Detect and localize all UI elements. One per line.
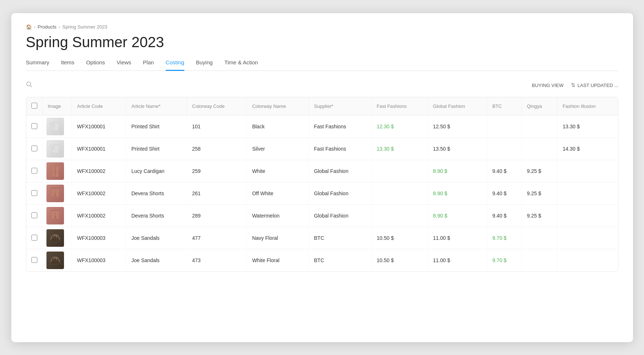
svg-point-18 — [52, 235, 53, 236]
tab-summary[interactable]: Summary — [26, 59, 49, 71]
row-checkbox[interactable] — [31, 257, 37, 263]
col-btc: BTC — [487, 97, 522, 116]
tab-plan[interactable]: Plan — [143, 59, 154, 71]
row-article-code: WFX100002 — [72, 205, 126, 227]
row-btc: 9.70 $ — [487, 249, 522, 272]
row-qingya: 9.25 $ — [521, 160, 557, 182]
toolbar-right: BUYING VIEW ⇅ LAST UPDATED ... — [532, 82, 618, 88]
row-supplier: BTC — [309, 249, 371, 272]
row-colorway-code: 101 — [187, 116, 247, 138]
row-btc: 9.40 $ — [487, 160, 522, 182]
svg-line-1 — [30, 85, 32, 87]
breadcrumb-sep-1: › — [34, 24, 35, 30]
row-supplier: Global Fashion — [309, 182, 371, 205]
breadcrumb-products[interactable]: Products — [38, 24, 56, 30]
table-row: WFX100001 Printed Shirt 258 Silver Fast … — [26, 138, 618, 160]
row-btc — [487, 138, 522, 160]
row-article-name: Printed Shirt — [126, 116, 187, 138]
row-article-name: Joe Sandals — [126, 227, 187, 249]
table-header: Image Article Code Article Name* Colorwa… — [26, 97, 618, 116]
row-btc — [487, 116, 522, 138]
row-global-fashion: 11.00 $ — [428, 227, 487, 249]
row-global-fashion: 8.90 $ — [428, 182, 487, 205]
row-image-cell — [42, 138, 72, 160]
row-global-fashion: 11.00 $ — [428, 249, 487, 272]
row-checkbox[interactable] — [31, 146, 37, 151]
row-checkbox-cell — [26, 160, 43, 182]
row-fast-fashions — [372, 182, 428, 205]
tab-buying[interactable]: Buying — [196, 59, 213, 71]
row-article-name: Devera Shorts — [126, 182, 187, 205]
toolbar: BUYING VIEW ⇅ LAST UPDATED ... — [26, 81, 618, 90]
row-image-cell — [42, 182, 72, 205]
row-fashion-illusion: 14.30 $ — [557, 138, 618, 160]
row-qingya: 9.25 $ — [521, 182, 557, 205]
row-checkbox[interactable] — [31, 123, 37, 129]
row-article-name: Lucy Cardigan — [126, 160, 187, 182]
row-colorway-code: 477 — [187, 227, 247, 249]
row-global-fashion: 8.90 $ — [428, 160, 487, 182]
tab-time-action[interactable]: Time & Action — [225, 59, 258, 71]
row-colorway-code: 289 — [187, 205, 247, 227]
row-colorway-code: 259 — [187, 160, 247, 182]
row-fast-fashions: 10.50 $ — [372, 249, 428, 272]
row-article-code: WFX100003 — [72, 227, 126, 249]
row-global-fashion: 8.90 $ — [428, 205, 487, 227]
row-fast-fashions: 12.30 $ — [372, 116, 428, 138]
row-fashion-illusion — [557, 227, 618, 249]
row-btc: 9.70 $ — [487, 227, 522, 249]
svg-point-3 — [53, 124, 54, 125]
row-global-fashion: 13.50 $ — [428, 138, 487, 160]
row-btc: 9.40 $ — [487, 182, 522, 205]
row-image-cell — [42, 227, 72, 249]
row-checkbox-cell — [26, 249, 43, 272]
row-checkbox[interactable] — [31, 212, 37, 218]
row-checkbox[interactable] — [31, 190, 37, 196]
last-updated-button[interactable]: ⇅ LAST UPDATED ... — [571, 82, 618, 88]
table-body: WFX100001 Printed Shirt 101 Black Fast F… — [26, 116, 618, 272]
row-checkbox[interactable] — [31, 235, 37, 241]
tab-costing[interactable]: Costing — [166, 59, 184, 71]
buying-view-button[interactable]: BUYING VIEW — [532, 83, 564, 88]
tab-nav: Summary Items Options Views Plan Costing… — [26, 59, 618, 71]
home-icon[interactable]: 🏠 — [26, 24, 32, 30]
row-image-cell — [42, 249, 72, 272]
row-fast-fashions: 10.50 $ — [372, 227, 428, 249]
row-supplier: Fast Fashions — [309, 116, 371, 138]
table-row: WFX100002 Lucy Cardigan 259 White Global… — [26, 160, 618, 182]
row-checkbox-cell — [26, 205, 43, 227]
table-row: WFX100001 Printed Shirt 101 Black Fast F… — [26, 116, 618, 138]
row-article-code: WFX100001 — [72, 138, 126, 160]
search-icon — [26, 81, 33, 90]
col-image: Image — [42, 97, 72, 116]
col-global-fashion: Global Fashion — [428, 97, 487, 116]
col-colorway-code: Colorway Code — [187, 97, 247, 116]
row-qingya — [521, 138, 557, 160]
row-fashion-illusion — [557, 205, 618, 227]
svg-point-4 — [53, 125, 54, 126]
tab-items[interactable]: Items — [61, 59, 75, 71]
row-supplier: Fast Fashions — [309, 138, 371, 160]
main-window: 🏠 › Products › Spring Summer 2023 Spring… — [11, 13, 633, 342]
costing-table: Image Article Code Article Name* Colorwa… — [26, 97, 618, 272]
row-supplier: Global Fashion — [309, 160, 371, 182]
col-supplier: Supplier* — [309, 97, 371, 116]
row-checkbox[interactable] — [31, 168, 37, 174]
row-article-name: Printed Shirt — [126, 138, 187, 160]
row-fashion-illusion — [557, 160, 618, 182]
row-article-code: WFX100003 — [72, 249, 126, 272]
select-all-checkbox[interactable] — [31, 103, 37, 109]
row-qingya: 9.25 $ — [521, 205, 557, 227]
tab-options[interactable]: Options — [86, 59, 105, 71]
row-qingya — [521, 227, 557, 249]
row-supplier: BTC — [309, 227, 371, 249]
col-colorway-name: Colorway Name — [247, 97, 309, 116]
breadcrumb-current: Spring Summer 2023 — [63, 24, 108, 30]
row-fashion-illusion — [557, 249, 618, 272]
col-fast-fashions: Fast Fashions — [372, 97, 428, 116]
row-colorway-name: Navy Floral — [247, 227, 309, 249]
row-checkbox-cell — [26, 227, 43, 249]
row-colorway-name: Black — [247, 116, 309, 138]
tab-views[interactable]: Views — [117, 59, 131, 71]
row-fashion-illusion: 13.30 $ — [557, 116, 618, 138]
